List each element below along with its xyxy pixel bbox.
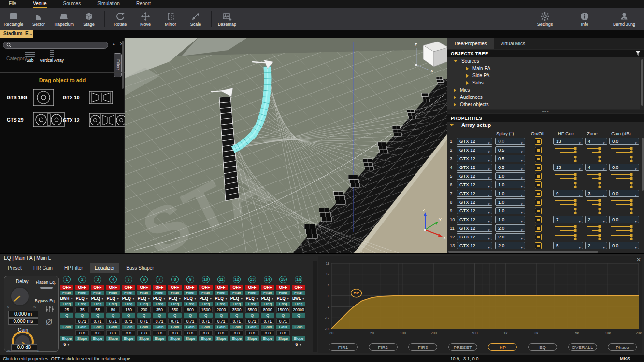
eq-tab-equalizer[interactable]: Equalizer xyxy=(90,263,120,273)
expand-triangle-icon[interactable] xyxy=(466,67,469,70)
zone-select[interactable]: 2▼ xyxy=(585,242,607,249)
properties-scrollbar[interactable] xyxy=(642,138,644,191)
model-select[interactable]: GTX 12▼ xyxy=(457,146,492,153)
tool-bernd-jung[interactable]: Bernd Jung xyxy=(609,8,639,29)
library-scrollbar[interactable] xyxy=(122,41,124,89)
gain-value[interactable]: 0.0 xyxy=(106,330,120,335)
close-icon[interactable]: ✕ xyxy=(636,256,641,263)
expand-triangle-icon[interactable] xyxy=(454,96,456,99)
splay-select[interactable]: 0.5▼ xyxy=(495,164,525,171)
menu-item-venue[interactable]: Venue xyxy=(33,0,46,8)
graph-button-preset[interactable]: PRESET xyxy=(448,343,477,351)
splay-select[interactable]: 0.0▼ xyxy=(495,138,525,145)
freq-value[interactable]: 25 xyxy=(60,307,73,312)
channel-number-badge[interactable]: 9 xyxy=(186,276,194,283)
on-off-checkbox[interactable] xyxy=(535,242,542,249)
category-sub[interactable]: Sub xyxy=(25,51,35,63)
channel-number-badge[interactable]: 4 xyxy=(109,276,117,283)
collapse-triangle-icon[interactable] xyxy=(454,60,458,62)
eq-graph-splitter[interactable]: ⋮ xyxy=(313,261,317,352)
channel-number-badge[interactable]: 14 xyxy=(264,276,272,283)
q-value[interactable]: 0.71 xyxy=(230,319,243,324)
model-select[interactable]: GTX 12▼ xyxy=(457,224,492,232)
hf-corr-select[interactable]: 7▼ xyxy=(553,216,583,223)
tool-mirror[interactable]: Mirror xyxy=(158,8,183,29)
filter-power-button[interactable]: OFF xyxy=(153,285,166,290)
library-search[interactable] xyxy=(3,42,108,49)
filter-type-select[interactable]: BwH ▼ xyxy=(59,296,74,301)
hf-corr-select[interactable]: 9▼ xyxy=(553,190,583,197)
tool-info[interactable]: Info xyxy=(570,8,600,29)
tree-node-mics[interactable]: Mics xyxy=(447,86,640,94)
q-value[interactable]: 0.71 xyxy=(137,319,151,324)
on-off-checkbox[interactable] xyxy=(535,147,542,153)
on-off-checkbox[interactable] xyxy=(535,138,542,145)
splay-select[interactable]: 1.0▼ xyxy=(495,190,525,197)
tree-node-main-pa[interactable]: Main PA xyxy=(447,65,640,72)
expand-triangle-icon[interactable] xyxy=(454,88,456,92)
filter-type-select[interactable]: BwL ▼ xyxy=(291,296,306,301)
gain-value[interactable]: 0.0 xyxy=(153,330,166,335)
viewport-3d[interactable]: STA Z X xyxy=(125,38,447,253)
channel-number-badge[interactable]: 10 xyxy=(202,276,210,283)
bypass-eq-button[interactable] xyxy=(45,305,55,313)
splay-select[interactable]: 0.5▼ xyxy=(495,155,525,162)
channel-number-badge[interactable]: 8 xyxy=(171,276,179,283)
tool-scale[interactable]: Scale xyxy=(183,8,208,29)
gain-value[interactable]: 0.0 xyxy=(215,330,228,335)
freq-value[interactable]: 35 xyxy=(75,307,89,312)
gain-select[interactable]: 0.0▼ xyxy=(609,164,639,171)
model-select[interactable]: GTX 12▼ xyxy=(457,233,492,240)
delay-value-m[interactable]: 0.000 m xyxy=(8,311,38,318)
filter-power-button[interactable]: OFF xyxy=(199,285,213,290)
on-off-checkbox[interactable] xyxy=(535,190,542,197)
zone-select[interactable]: 4▼ xyxy=(585,164,607,171)
gain-select[interactable]: 0.0▼ xyxy=(609,190,639,197)
graph-button-overall[interactable]: OVERALL xyxy=(568,343,597,351)
model-select[interactable]: GTX 12▼ xyxy=(457,164,492,171)
zone-select[interactable]: 3▼ xyxy=(585,190,607,197)
channel-number-badge[interactable]: 6 xyxy=(140,276,148,283)
slope-select[interactable]: 6 ▼ xyxy=(59,342,74,347)
filter-type-select[interactable]: PEQ ▼ xyxy=(245,296,259,301)
filter-power-button[interactable]: OFF xyxy=(215,285,228,290)
eq-tab-bass-shaper[interactable]: Bass Shaper xyxy=(121,263,158,273)
phase-invert-button[interactable]: Ø xyxy=(46,318,52,327)
eq-tab-fir-gain[interactable]: FIR Gain xyxy=(29,263,57,273)
gain-value[interactable]: 0.0 xyxy=(261,330,274,335)
eq-tab-hp-filter[interactable]: HP Filter xyxy=(59,263,88,273)
library-item-gts-19g[interactable]: GTS 19G xyxy=(7,89,54,106)
q-value[interactable]: 0.71 xyxy=(91,319,104,324)
channel-number-badge[interactable]: 5 xyxy=(125,276,132,283)
filter-power-button[interactable]: OFF xyxy=(60,285,73,290)
delay-value-ms[interactable]: 0.000 ms xyxy=(8,318,38,325)
splay-select[interactable]: 1.0▼ xyxy=(495,216,525,223)
filter-type-select[interactable]: PEQ ▼ xyxy=(75,296,89,301)
collapse-chevron-icon[interactable]: ▲ xyxy=(112,42,116,46)
filter-type-select[interactable]: PEQ ▼ xyxy=(168,296,182,301)
eq-tab-preset[interactable]: Preset xyxy=(3,263,27,273)
tool-move[interactable]: Move xyxy=(133,8,158,29)
freq-value[interactable]: 200 xyxy=(137,307,151,312)
on-off-checkbox[interactable] xyxy=(535,164,542,171)
filter-power-button[interactable]: OFF xyxy=(184,285,197,290)
library-item-gtx-12[interactable]: GTX 12 xyxy=(63,113,128,127)
expand-triangle-icon[interactable] xyxy=(466,74,469,78)
filter-power-button[interactable]: OFF xyxy=(230,285,243,290)
q-value[interactable]: 0.71 xyxy=(199,319,213,324)
freq-value[interactable]: 150 xyxy=(122,307,135,312)
gain-value[interactable]: 0.0 xyxy=(75,330,89,335)
model-select[interactable]: GTX 12▼ xyxy=(457,242,492,249)
q-value[interactable]: 0.71 xyxy=(245,319,259,324)
on-off-checkbox[interactable] xyxy=(535,199,542,206)
tab-tree-properties[interactable]: Tree/Properties xyxy=(447,38,494,49)
channel-number-badge[interactable]: 15 xyxy=(279,276,287,283)
freq-value[interactable]: 20000 xyxy=(292,307,305,312)
zone-select[interactable]: 2▼ xyxy=(585,216,607,223)
tab-virtual-mics[interactable]: Virtual Mics xyxy=(494,38,532,49)
expand-triangle-icon[interactable] xyxy=(454,103,456,107)
zone-select[interactable]: 4▼ xyxy=(585,138,607,145)
filter-type-select[interactable]: PEQ ▼ xyxy=(106,296,120,301)
channel-number-badge[interactable]: 2 xyxy=(78,276,86,283)
filters-button[interactable]: Filters xyxy=(114,53,122,77)
